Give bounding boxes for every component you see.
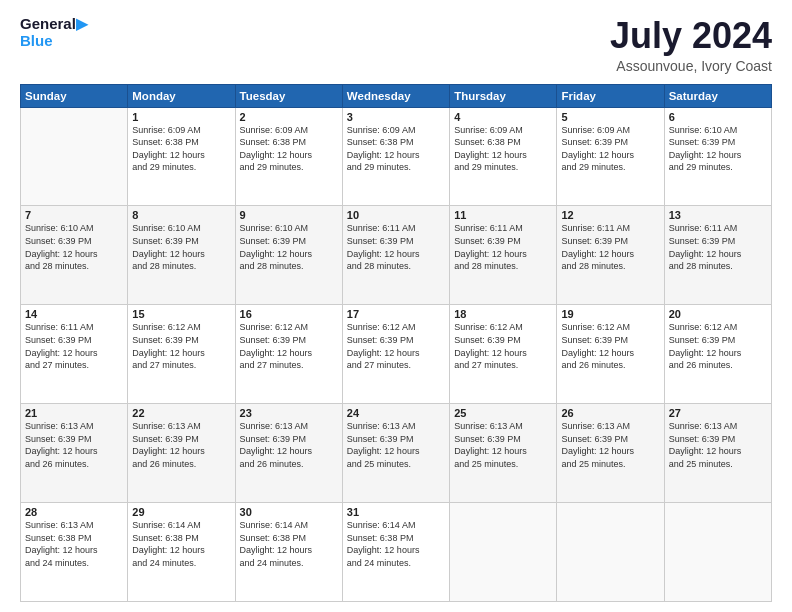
daylight-text: Daylight: 12 hours (454, 445, 552, 458)
sunset-text: Sunset: 6:38 PM (347, 136, 445, 149)
sunrise-text: Sunrise: 6:13 AM (454, 420, 552, 433)
sunrise-text: Sunrise: 6:09 AM (454, 124, 552, 137)
table-row (557, 503, 664, 602)
daylight-minutes: and 27 minutes. (240, 359, 338, 372)
table-row: 5 Sunrise: 6:09 AM Sunset: 6:39 PM Dayli… (557, 107, 664, 206)
sunset-text: Sunset: 6:39 PM (240, 334, 338, 347)
day-info: Sunrise: 6:14 AM Sunset: 6:38 PM Dayligh… (347, 519, 445, 569)
sunset-text: Sunset: 6:39 PM (132, 235, 230, 248)
day-info: Sunrise: 6:11 AM Sunset: 6:39 PM Dayligh… (561, 222, 659, 272)
daylight-minutes: and 24 minutes. (240, 557, 338, 570)
day-number: 22 (132, 407, 230, 419)
day-info: Sunrise: 6:12 AM Sunset: 6:39 PM Dayligh… (347, 321, 445, 371)
day-info: Sunrise: 6:09 AM Sunset: 6:38 PM Dayligh… (454, 124, 552, 174)
daylight-minutes: and 27 minutes. (454, 359, 552, 372)
day-info: Sunrise: 6:13 AM Sunset: 6:39 PM Dayligh… (669, 420, 767, 470)
daylight-text: Daylight: 12 hours (240, 347, 338, 360)
day-number: 17 (347, 308, 445, 320)
daylight-minutes: and 28 minutes. (669, 260, 767, 273)
sunset-text: Sunset: 6:39 PM (454, 334, 552, 347)
daylight-minutes: and 28 minutes. (454, 260, 552, 273)
day-number: 29 (132, 506, 230, 518)
daylight-text: Daylight: 12 hours (669, 347, 767, 360)
daylight-text: Daylight: 12 hours (240, 445, 338, 458)
daylight-text: Daylight: 12 hours (240, 149, 338, 162)
sunset-text: Sunset: 6:39 PM (454, 235, 552, 248)
sunrise-text: Sunrise: 6:09 AM (132, 124, 230, 137)
daylight-minutes: and 25 minutes. (347, 458, 445, 471)
day-number: 7 (25, 209, 123, 221)
day-number: 10 (347, 209, 445, 221)
table-row: 13 Sunrise: 6:11 AM Sunset: 6:39 PM Dayl… (664, 206, 771, 305)
table-row: 15 Sunrise: 6:12 AM Sunset: 6:39 PM Dayl… (128, 305, 235, 404)
day-info: Sunrise: 6:10 AM Sunset: 6:39 PM Dayligh… (240, 222, 338, 272)
table-row (664, 503, 771, 602)
daylight-minutes: and 25 minutes. (561, 458, 659, 471)
calendar-header-row: Sunday Monday Tuesday Wednesday Thursday… (21, 84, 772, 107)
calendar-row: 28 Sunrise: 6:13 AM Sunset: 6:38 PM Dayl… (21, 503, 772, 602)
daylight-text: Daylight: 12 hours (561, 445, 659, 458)
day-info: Sunrise: 6:12 AM Sunset: 6:39 PM Dayligh… (561, 321, 659, 371)
sunrise-text: Sunrise: 6:13 AM (132, 420, 230, 433)
sunset-text: Sunset: 6:39 PM (561, 334, 659, 347)
day-number: 3 (347, 111, 445, 123)
title-block: July 2024 Assounvoue, Ivory Coast (610, 16, 772, 74)
table-row: 31 Sunrise: 6:14 AM Sunset: 6:38 PM Dayl… (342, 503, 449, 602)
sunrise-text: Sunrise: 6:11 AM (561, 222, 659, 235)
daylight-text: Daylight: 12 hours (25, 544, 123, 557)
daylight-text: Daylight: 12 hours (240, 544, 338, 557)
table-row: 2 Sunrise: 6:09 AM Sunset: 6:38 PM Dayli… (235, 107, 342, 206)
sunrise-text: Sunrise: 6:11 AM (669, 222, 767, 235)
table-row: 1 Sunrise: 6:09 AM Sunset: 6:38 PM Dayli… (128, 107, 235, 206)
day-number: 21 (25, 407, 123, 419)
sunset-text: Sunset: 6:38 PM (25, 532, 123, 545)
day-info: Sunrise: 6:12 AM Sunset: 6:39 PM Dayligh… (669, 321, 767, 371)
calendar-row: 21 Sunrise: 6:13 AM Sunset: 6:39 PM Dayl… (21, 404, 772, 503)
table-row (21, 107, 128, 206)
sunrise-text: Sunrise: 6:13 AM (347, 420, 445, 433)
day-info: Sunrise: 6:09 AM Sunset: 6:38 PM Dayligh… (347, 124, 445, 174)
sunrise-text: Sunrise: 6:10 AM (25, 222, 123, 235)
daylight-minutes: and 28 minutes. (561, 260, 659, 273)
daylight-text: Daylight: 12 hours (347, 149, 445, 162)
sunset-text: Sunset: 6:38 PM (240, 136, 338, 149)
sunset-text: Sunset: 6:39 PM (561, 136, 659, 149)
day-number: 9 (240, 209, 338, 221)
day-number: 20 (669, 308, 767, 320)
logo: General▶ Blue (20, 16, 88, 49)
day-info: Sunrise: 6:09 AM Sunset: 6:38 PM Dayligh… (240, 124, 338, 174)
day-info: Sunrise: 6:13 AM Sunset: 6:39 PM Dayligh… (561, 420, 659, 470)
table-row: 12 Sunrise: 6:11 AM Sunset: 6:39 PM Dayl… (557, 206, 664, 305)
sunrise-text: Sunrise: 6:14 AM (132, 519, 230, 532)
day-info: Sunrise: 6:13 AM Sunset: 6:38 PM Dayligh… (25, 519, 123, 569)
daylight-text: Daylight: 12 hours (561, 248, 659, 261)
daylight-minutes: and 29 minutes. (669, 161, 767, 174)
table-row: 22 Sunrise: 6:13 AM Sunset: 6:39 PM Dayl… (128, 404, 235, 503)
table-row: 20 Sunrise: 6:12 AM Sunset: 6:39 PM Dayl… (664, 305, 771, 404)
daylight-text: Daylight: 12 hours (240, 248, 338, 261)
page: General▶ Blue July 2024 Assounvoue, Ivor… (0, 0, 792, 612)
day-info: Sunrise: 6:11 AM Sunset: 6:39 PM Dayligh… (669, 222, 767, 272)
sunrise-text: Sunrise: 6:09 AM (561, 124, 659, 137)
day-info: Sunrise: 6:12 AM Sunset: 6:39 PM Dayligh… (240, 321, 338, 371)
day-number: 14 (25, 308, 123, 320)
daylight-minutes: and 24 minutes. (25, 557, 123, 570)
daylight-text: Daylight: 12 hours (454, 149, 552, 162)
day-number: 12 (561, 209, 659, 221)
day-info: Sunrise: 6:13 AM Sunset: 6:39 PM Dayligh… (454, 420, 552, 470)
daylight-minutes: and 29 minutes. (454, 161, 552, 174)
daylight-text: Daylight: 12 hours (132, 149, 230, 162)
sunrise-text: Sunrise: 6:11 AM (454, 222, 552, 235)
daylight-minutes: and 27 minutes. (25, 359, 123, 372)
header-monday: Monday (128, 84, 235, 107)
day-number: 31 (347, 506, 445, 518)
sunrise-text: Sunrise: 6:14 AM (240, 519, 338, 532)
sunset-text: Sunset: 6:39 PM (25, 235, 123, 248)
day-number: 8 (132, 209, 230, 221)
day-number: 30 (240, 506, 338, 518)
daylight-text: Daylight: 12 hours (669, 149, 767, 162)
daylight-minutes: and 28 minutes. (132, 260, 230, 273)
table-row: 24 Sunrise: 6:13 AM Sunset: 6:39 PM Dayl… (342, 404, 449, 503)
table-row (450, 503, 557, 602)
day-number: 11 (454, 209, 552, 221)
